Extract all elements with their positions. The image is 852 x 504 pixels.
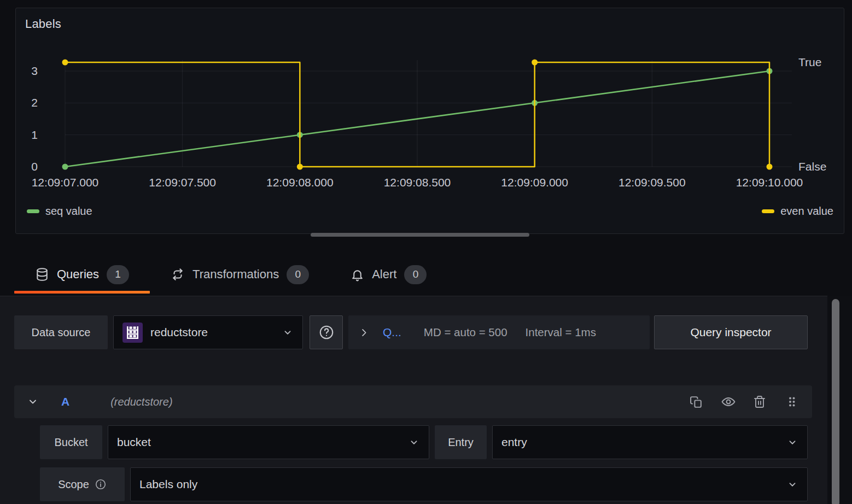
eye-icon xyxy=(721,395,736,409)
labels-panel: 012312:09:07.00012:09:07.50012:09:08.000… xyxy=(15,8,844,234)
scope-select[interactable]: Labels only xyxy=(130,467,808,501)
datasource-help-button[interactable] xyxy=(310,315,343,349)
bucket-label-text: Bucket xyxy=(54,436,87,449)
bucket-value: bucket xyxy=(117,436,151,449)
svg-text:12:09:09.000: 12:09:09.000 xyxy=(501,176,568,189)
legend-item-seq-value[interactable]: seq value xyxy=(27,205,92,218)
chevron-right-icon xyxy=(359,327,369,338)
datasource-label: Data source xyxy=(14,315,108,349)
chevron-down-icon xyxy=(786,436,798,448)
drag-query-handle[interactable] xyxy=(785,395,798,408)
svg-text:12:09:09.500: 12:09:09.500 xyxy=(618,176,686,189)
bucket-label: Bucket xyxy=(40,425,102,459)
query-ref-id: A xyxy=(61,395,69,408)
query-inspector-button[interactable]: Query inspector xyxy=(654,315,808,349)
chevron-down-icon xyxy=(408,436,420,448)
chevron-down-icon xyxy=(786,478,798,490)
legend-label-seq-value: seq value xyxy=(45,205,92,218)
scrollbar-thumb[interactable] xyxy=(832,299,839,504)
svg-text:2: 2 xyxy=(31,96,38,109)
scope-label: Scope xyxy=(40,467,125,501)
query-options-toggle[interactable] xyxy=(359,327,369,338)
legend-swatch-seq-value xyxy=(27,209,39,213)
grip-dots-icon xyxy=(785,395,798,408)
info-circle-icon[interactable] xyxy=(95,478,107,490)
query-inspector-label: Query inspector xyxy=(690,326,771,339)
tab-transformations-label: Transformations xyxy=(192,267,279,282)
svg-text:0: 0 xyxy=(31,160,38,173)
datasource-label-text: Data source xyxy=(32,326,91,339)
tab-alert-label: Alert xyxy=(372,267,396,282)
scope-value: Labels only xyxy=(139,478,197,491)
database-icon xyxy=(35,267,49,282)
tab-alert[interactable]: Alert 0 xyxy=(330,255,447,294)
tab-queries-count: 1 xyxy=(107,265,129,284)
query-datasource-hint: (reductstore) xyxy=(110,396,172,408)
duplicate-query-button[interactable] xyxy=(690,395,703,409)
remove-query-button[interactable] xyxy=(753,395,766,408)
tab-transformations[interactable]: Transformations 0 xyxy=(150,255,330,294)
svg-text:12:09:08.500: 12:09:08.500 xyxy=(384,176,451,189)
query-editor-section: Data source reductstore Q... MD = auto =… xyxy=(0,296,827,504)
panel-title: Labels xyxy=(25,17,61,31)
bucket-select[interactable]: bucket xyxy=(108,425,429,459)
entry-select[interactable]: entry xyxy=(492,425,808,459)
trash-icon xyxy=(753,395,766,408)
entry-label: Entry xyxy=(435,425,487,459)
tab-queries-label: Queries xyxy=(57,267,99,282)
reductstore-logo-icon xyxy=(122,323,143,343)
labels-chart: 012312:09:07.00012:09:07.50012:09:08.000… xyxy=(16,8,844,234)
svg-text:False: False xyxy=(798,160,826,173)
chevron-down-icon xyxy=(282,326,294,338)
entry-value: entry xyxy=(501,436,527,449)
question-circle-icon xyxy=(318,324,335,341)
interval-text: Interval = 1ms xyxy=(526,326,596,339)
transform-icon xyxy=(171,267,185,282)
query-options-row: Q... MD = auto = 500 Interval = 1ms xyxy=(348,315,650,349)
pane-resize-handle[interactable] xyxy=(311,233,529,237)
entry-label-text: Entry xyxy=(448,436,474,449)
tab-queries[interactable]: Queries 1 xyxy=(14,255,150,294)
legend-swatch-even-value xyxy=(762,209,774,213)
bell-icon xyxy=(351,268,364,282)
svg-text:True: True xyxy=(798,56,821,68)
scope-label-text: Scope xyxy=(58,478,89,491)
query-row-header[interactable]: A (reductstore) xyxy=(14,385,812,418)
editor-tabbar: Queries 1 Transformations 0 Alert 0 xyxy=(0,255,852,294)
svg-text:1: 1 xyxy=(31,128,38,141)
query-options-label[interactable]: Q... xyxy=(383,326,401,339)
legend-label-even-value: even value xyxy=(780,205,833,218)
copy-icon xyxy=(690,395,703,409)
svg-text:12:09:07.000: 12:09:07.000 xyxy=(32,176,99,189)
legend-item-even-value[interactable]: even value xyxy=(762,205,833,218)
svg-text:12:09:08.000: 12:09:08.000 xyxy=(266,176,334,189)
datasource-picker[interactable]: reductstore xyxy=(113,315,303,349)
svg-text:3: 3 xyxy=(31,65,38,77)
scrollbar-track xyxy=(827,296,852,504)
chevron-down-icon xyxy=(27,396,38,407)
tab-alert-count: 0 xyxy=(404,265,427,284)
max-data-points-text: MD = auto = 500 xyxy=(424,326,507,339)
datasource-value: reductstore xyxy=(150,326,208,339)
svg-text:12:09:07.500: 12:09:07.500 xyxy=(149,176,216,189)
query-collapse-button[interactable] xyxy=(27,396,38,407)
svg-text:12:09:10.000: 12:09:10.000 xyxy=(736,176,803,189)
hide-query-button[interactable] xyxy=(721,395,736,409)
tab-transformations-count: 0 xyxy=(287,265,309,284)
chart-legend: seq value even value xyxy=(27,205,833,218)
